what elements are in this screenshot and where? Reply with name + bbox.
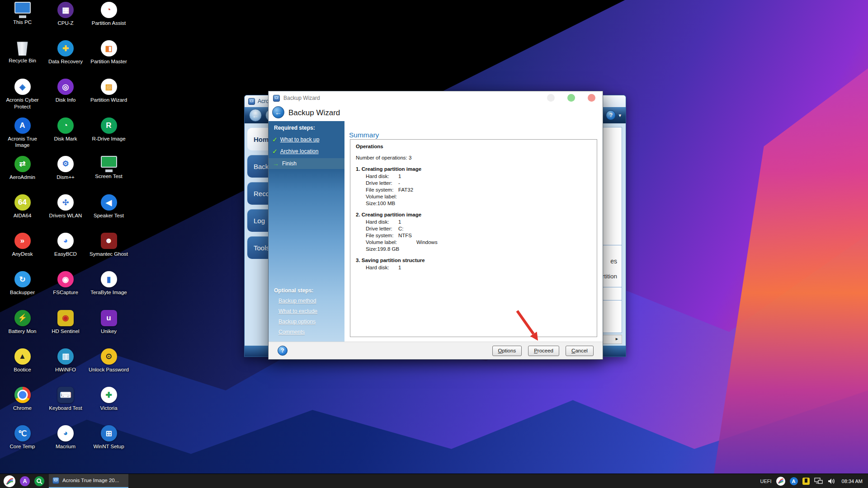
app-icon: ◧ xyxy=(101,40,117,56)
desktop-icon[interactable]: ◔ Disk Mark xyxy=(44,117,87,142)
desktop-icon[interactable]: Recycle Bin xyxy=(1,40,44,64)
arrow-right-icon: → xyxy=(273,160,279,167)
app-icon-glyph: ◎ xyxy=(62,82,69,92)
chevron-down-icon[interactable]: ▾ xyxy=(618,113,621,118)
app-icon-glyph: u xyxy=(106,314,111,323)
desktop-icon[interactable]: ⊞ WinNT Setup xyxy=(87,425,130,450)
start-button[interactable] xyxy=(4,475,15,487)
app-icon: ℃ xyxy=(14,425,31,441)
operation-detail-row: Hard disk:1 xyxy=(356,219,591,225)
desktop-icon[interactable]: u Unikey xyxy=(87,310,130,334)
volume-icon[interactable] xyxy=(828,478,836,484)
desktop-icon[interactable]: ✚ Victoria xyxy=(87,387,130,411)
window-control-button[interactable] xyxy=(588,94,595,102)
scroll-right-icon[interactable]: ► xyxy=(615,337,619,341)
desktop-icon[interactable]: R R-Drive Image xyxy=(87,117,130,142)
operation-detail-row: Hard disk:1 xyxy=(356,173,591,180)
operation-detail-row: Volume label: xyxy=(356,193,591,200)
desktop-icon[interactable]: ▦ CPU-Z xyxy=(44,2,87,26)
desktop-icon[interactable]: ℃ Core Temp xyxy=(1,425,44,450)
desktop-icon[interactable]: This PC xyxy=(1,2,44,25)
desktop-icon[interactable]: ◈ Acronis Cyber Protect xyxy=(1,79,44,110)
help-icon[interactable]: ? xyxy=(606,110,616,120)
wizard-button[interactable]: Proceed xyxy=(528,346,559,356)
current-step-finish[interactable]: → Finish xyxy=(269,158,344,169)
desktop-icon[interactable]: ◕ Macrium xyxy=(44,425,87,450)
desktop-icon[interactable]: ✚ Data Recovery xyxy=(44,40,87,65)
step-link[interactable]: What to back up xyxy=(280,136,320,143)
operation-title: 1. Creating partition image xyxy=(356,166,591,173)
app-icon: ✚ xyxy=(57,40,74,56)
desktop-icon-label: Symantec Ghost xyxy=(88,251,130,257)
desktop-icon-label: Dism++ xyxy=(45,174,86,180)
tray-disk-icon[interactable] xyxy=(802,478,810,485)
search-button[interactable] xyxy=(34,476,44,486)
app-icon-glyph: ◧ xyxy=(105,44,112,53)
window-control-button[interactable] xyxy=(567,94,575,102)
required-steps-list: ✓ What to back up ✓ Archive location xyxy=(272,134,344,157)
app-icon-glyph: 64 xyxy=(18,198,27,207)
desktop-icon[interactable]: ◉ FSCapture xyxy=(44,271,87,296)
desktop-icon[interactable]: ▨ Partition Wizard xyxy=(87,79,130,103)
app-icon-glyph: ◕ xyxy=(63,429,68,438)
app-icon: ⇄ xyxy=(14,156,31,172)
step-link[interactable]: Comments xyxy=(278,329,343,335)
desktop-icon[interactable]: ⊙ Unlock Password xyxy=(87,348,130,373)
wizard-button[interactable]: Cancel xyxy=(566,346,594,356)
desktop-icon[interactable]: ◎ Disk Info xyxy=(44,79,87,103)
network-icon[interactable] xyxy=(814,478,823,484)
back-button[interactable]: ← xyxy=(272,106,284,118)
desktop-icon-label: EasyBCD xyxy=(45,251,86,257)
app-icon: ◈ xyxy=(14,79,31,95)
desktop-icon-label: Victoria xyxy=(88,405,130,411)
step-link[interactable]: Archive location xyxy=(280,148,319,155)
app-icon xyxy=(101,156,117,168)
app-icon: ▲ xyxy=(14,348,31,365)
desktop-icon[interactable]: ☻ Symantec Ghost xyxy=(87,233,130,257)
desktop-icon[interactable]: ◧ Partition Master xyxy=(87,40,130,65)
desktop-icon[interactable]: ◉ HD Sentinel xyxy=(44,310,87,334)
desktop-icon[interactable]: » AnyDesk xyxy=(1,233,44,257)
help-icon[interactable]: ? xyxy=(278,346,288,356)
desktop-icon[interactable]: ⚙ Dism++ xyxy=(44,156,87,180)
desktop-icon[interactable]: ◀ Speaker Test xyxy=(87,194,130,219)
desktop-icon-label: Disk Mark xyxy=(45,136,86,142)
app-store-button[interactable]: A xyxy=(20,476,30,486)
app-icon: ⚙ xyxy=(57,156,74,172)
desktop-icon[interactable]: 64 AIDA64 xyxy=(1,194,44,219)
step-link[interactable]: Backup method xyxy=(278,298,343,304)
desktop-icon[interactable]: ◕ EasyBCD xyxy=(44,233,87,257)
clock[interactable]: 08:34 AM xyxy=(842,479,863,484)
wizard-content: Summary Operations Number of operations:… xyxy=(344,121,603,342)
app-icon-glyph: ◀ xyxy=(106,198,112,207)
desktop-icon[interactable]: A Acronis True Image xyxy=(1,117,44,149)
tray-a-icon[interactable]: A xyxy=(790,477,798,485)
desktop-icon[interactable]: ▥ HWiNFO xyxy=(44,348,87,373)
desktop-icon[interactable]: ▮ TeraByte Image xyxy=(87,271,130,296)
desktop-icon[interactable]: Screen Test xyxy=(87,156,130,179)
desktop-icon[interactable]: Chrome xyxy=(1,387,44,411)
step-link[interactable]: Backup options xyxy=(278,319,343,325)
app-icon: ▮ xyxy=(101,271,117,287)
wizard-button[interactable]: Options xyxy=(492,346,522,356)
desktop-icon[interactable]: ⇄ AeroAdmin xyxy=(1,156,44,180)
desktop-icon[interactable]: ↻ Backupper xyxy=(1,271,44,296)
desktop-icon[interactable]: ▲ Bootice xyxy=(1,348,44,373)
back-nav-icon[interactable]: ← xyxy=(249,109,262,122)
desktop-icon[interactable]: ⚡ Battery Mon xyxy=(1,310,44,334)
step-link[interactable]: What to exclude xyxy=(278,308,343,314)
desktop-icon-label: Backupper xyxy=(2,289,43,296)
app-icon: ⚡ xyxy=(14,310,31,326)
taskbar-task-acronis[interactable]: Acronis True Image 20... xyxy=(49,474,128,488)
start-logo-icon xyxy=(5,477,14,485)
desktop-icon-label: Keyboard Test xyxy=(45,405,86,411)
desktop-icon[interactable]: ◔ Partition Assist xyxy=(87,2,130,26)
desktop-icon-label: AIDA64 xyxy=(2,212,43,219)
window-control-button[interactable] xyxy=(547,94,555,102)
desktop-icon[interactable]: ⌨ Keyboard Test xyxy=(44,387,87,411)
tray-feather-icon[interactable] xyxy=(776,477,785,486)
app-icon: » xyxy=(14,233,31,249)
desktop-icon[interactable]: ✣ Drivers WLAN xyxy=(44,194,87,219)
acronis-app-icon xyxy=(248,98,255,105)
operation-title: 3. Saving partition structure xyxy=(356,257,591,264)
